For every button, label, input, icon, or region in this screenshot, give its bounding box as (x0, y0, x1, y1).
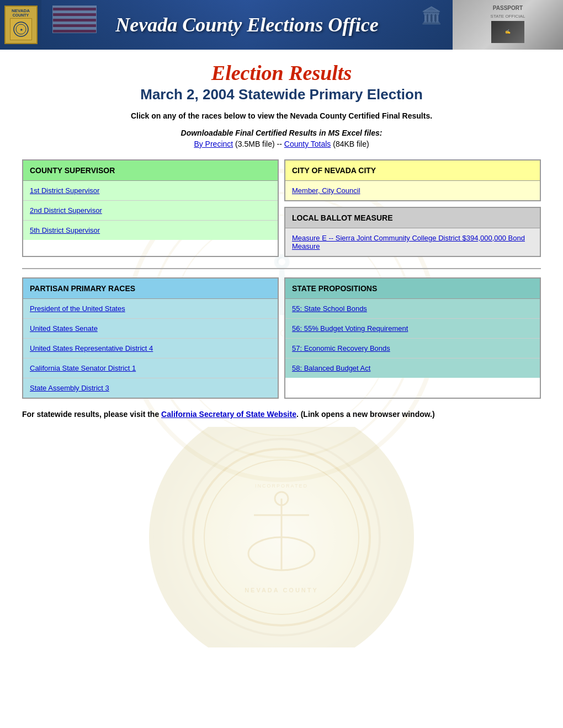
election-results-heading: Election Results (22, 61, 541, 85)
supervisor-link-2[interactable]: 2nd District Supervisor (30, 206, 102, 215)
county-totals-link[interactable]: County Totals (284, 140, 331, 148)
ca-sos-link[interactable]: California Secretary of State Website (161, 410, 296, 419)
download-separator: -- (277, 140, 282, 148)
supervisor-link-1[interactable]: 1st District Supervisor (30, 186, 99, 195)
state-assembly-row[interactable]: State Assembly District 3 (23, 378, 278, 398)
city-council-row[interactable]: Member, City Council (285, 181, 540, 200)
download-section: Downloadable Final Certified Results in … (22, 129, 541, 148)
seal-circle: NEVADA COUNTY INCORPORATED (149, 427, 414, 647)
prop-58-row[interactable]: 58: Balanced Budget Act (285, 358, 540, 378)
city-nevada-city-table: CITY OF NEVADA CITY Member, City Council (284, 159, 541, 201)
city-council-link[interactable]: Member, City Council (292, 186, 360, 195)
section-divider (22, 268, 541, 269)
main-content: NEVADA COUNTY CALIFORNIA ⚓ Election Resu… (0, 50, 563, 659)
county-supervisor-table: COUNTY SUPERVISOR 1st District Superviso… (22, 159, 279, 257)
footer-note: For statewide results, please visit the … (22, 410, 541, 419)
county-supervisor-header: COUNTY SUPERVISOR (23, 160, 278, 181)
prop-56-link[interactable]: 56: 55% Budget Voting Requirement (292, 324, 408, 333)
page-title-section: Election Results March 2, 2004 Statewide… (22, 61, 541, 103)
svg-text:NEVADA COUNTY: NEVADA COUNTY (245, 587, 318, 593)
prop-55-row[interactable]: 55: State School Bonds (285, 299, 540, 319)
local-ballot-measure-table: LOCAL BALLOT MEASURE Measure E -- Sierra… (284, 207, 541, 257)
svg-text:INCORPORATED: INCORPORATED (255, 483, 308, 489)
president-row[interactable]: President of the United States (23, 299, 278, 319)
supervisor-row-1[interactable]: 1st District Supervisor (23, 181, 278, 201)
prop-57-row[interactable]: 57: Economic Recovery Bonds (285, 339, 540, 358)
svg-text:★: ★ (19, 28, 23, 31)
instructions-text: Click on any of the races below to view … (22, 111, 541, 120)
ca-senator-row[interactable]: California State Senator District 1 (23, 358, 278, 378)
county-seal: NEVADA COUNTY ★ (4, 6, 38, 44)
us-rep-link[interactable]: United States Representative District 4 (30, 344, 153, 352)
footer-note-prefix: For statewide results, please visit the (22, 410, 161, 419)
footer-note-suffix: . (Link opens a new browser window.) (296, 410, 435, 419)
download-links: By Precinct (3.5MB file) -- County Total… (22, 140, 541, 148)
supervisor-link-3[interactable]: 5th District Supervisor (30, 226, 100, 234)
us-senate-link[interactable]: United States Senate (30, 324, 98, 333)
state-propositions-header: STATE PROPOSITIONS (285, 279, 540, 299)
president-link[interactable]: President of the United States (30, 304, 125, 313)
header-banner: NEVADA COUNTY ★ Nevada County Elections … (0, 0, 563, 50)
header-title-area: Nevada County Elections Office 🏛️ (41, 0, 453, 50)
bottom-seal: NEVADA COUNTY INCORPORATED (22, 427, 541, 647)
header-right-image: PASSPORT STATE OFFICIAL ✍️ (453, 0, 563, 50)
supervisor-row-3[interactable]: 5th District Supervisor (23, 221, 278, 240)
city-nevada-city-header: CITY OF NEVADA CITY (285, 160, 540, 181)
by-precinct-link[interactable]: By Precinct (194, 140, 233, 148)
prop-56-row[interactable]: 56: 55% Budget Voting Requirement (285, 319, 540, 339)
top-tables-grid: COUNTY SUPERVISOR 1st District Superviso… (22, 159, 541, 257)
us-rep-row[interactable]: United States Representative District 4 (23, 339, 278, 358)
state-propositions-table: STATE PROPOSITIONS 55: State School Bond… (284, 277, 541, 399)
measure-e-row[interactable]: Measure E -- Sierra Joint Community Coll… (285, 228, 540, 256)
header-left: NEVADA COUNTY ★ (0, 0, 41, 50)
local-ballot-measure-header: LOCAL BALLOT MEASURE (285, 208, 540, 228)
measure-e-link[interactable]: Measure E -- Sierra Joint Community Coll… (292, 234, 525, 250)
header-title: Nevada County Elections Office (115, 13, 378, 36)
seal-inner: NEVADA COUNTY INCORPORATED (182, 438, 381, 636)
ca-senator-link[interactable]: California State Senator District 1 (30, 364, 136, 372)
prop-55-link[interactable]: 55: State School Bonds (292, 304, 367, 313)
county-totals-size: (84KB file) (333, 140, 369, 148)
election-date-heading: March 2, 2004 Statewide Primary Election (22, 86, 541, 103)
partisan-races-table: PARTISAN PRIMARY RACES President of the … (22, 277, 279, 399)
right-top-column: CITY OF NEVADA CITY Member, City Council… (284, 159, 541, 257)
supervisor-row-2[interactable]: 2nd District Supervisor (23, 201, 278, 221)
partisan-races-header: PARTISAN PRIMARY RACES (23, 279, 278, 299)
download-title: Downloadable Final Certified Results in … (22, 129, 541, 137)
us-senate-row[interactable]: United States Senate (23, 319, 278, 339)
prop-58-link[interactable]: 58: Balanced Budget Act (292, 364, 370, 372)
by-precinct-size: (3.5MB file) (235, 140, 275, 148)
prop-57-link[interactable]: 57: Economic Recovery Bonds (292, 344, 390, 352)
state-assembly-link[interactable]: State Assembly District 3 (30, 384, 109, 392)
bottom-tables-grid: PARTISAN PRIMARY RACES President of the … (22, 277, 541, 399)
